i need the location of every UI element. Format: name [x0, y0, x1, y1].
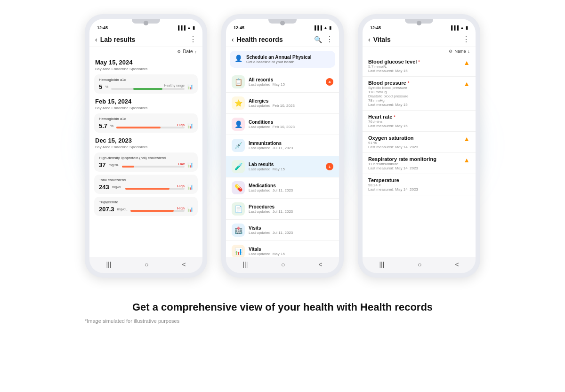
hr-vitals[interactable]: 📊 Vitals Last updated: May 15 [226, 241, 339, 257]
sort-label[interactable]: Date [183, 49, 193, 54]
conditions-date: Last updated: Feb 10, 2023 [249, 125, 333, 129]
app-bar-2: ‹ Health records 🔍 ⋮ [226, 32, 339, 47]
visits-label: Visits [249, 225, 333, 231]
lab-unit-3: mg/dL [108, 163, 119, 167]
back-button-3[interactable]: ‹ [368, 36, 371, 43]
lab-unit-5: mg/dL [117, 207, 128, 211]
banner-title: Schedule an Annual Physical [246, 55, 312, 60]
medications-label: Medications [249, 183, 333, 188]
nav-recent-1[interactable]: < [182, 261, 186, 268]
vital-temperature[interactable]: Temperature 98.24 F Last measured: May 1… [363, 174, 476, 195]
hr-allergies[interactable]: ⭐ Allergies Last updated: Feb 10, 2023 [226, 93, 339, 114]
status-icons-3: ▐▐▐ ▲ ▮ [450, 25, 468, 30]
vitals-filter-label[interactable]: Name [454, 49, 466, 54]
lab-item-4[interactable]: Total cholesterol 243 mg/dL High 📊 [94, 175, 198, 194]
vital-blood-pressure[interactable]: Blood pressure* Systolic blood pressure … [363, 77, 476, 111]
vital-respiratory[interactable]: Respiratory rate monitoring 11 breaths/m… [363, 153, 476, 174]
more-options-1[interactable]: ⋮ [189, 35, 197, 44]
wifi-icon: ▲ [187, 25, 191, 30]
nav-home-3[interactable]: ○ [418, 261, 421, 268]
banner-subtitle: Get a baseline of your health [246, 60, 312, 64]
battery-icon: ▮ [193, 25, 195, 30]
signal-icon-3: ▐▐▐ [450, 25, 459, 30]
lab-value-2: 5.7 [99, 122, 107, 129]
nav-home-2[interactable]: ○ [281, 261, 285, 268]
chart-icon-1[interactable]: 📊 [187, 84, 193, 89]
vital-value-temp: 98.24 F [368, 183, 418, 187]
allergies-date: Last updated: Feb 10, 2023 [249, 104, 333, 108]
lab-item-1[interactable]: Hemoglobin a1c 5 % Healthy range 📊 [94, 74, 198, 94]
visits-icon: 🏥 [232, 224, 245, 237]
hr-all-records[interactable]: 📋 All records Last updated: May 15 4 [226, 72, 339, 93]
vital-bp-date: Last measured: May 15 [368, 103, 409, 107]
hr-conditions[interactable]: 👤 Conditions Last updated: Feb 10, 2023 [226, 114, 339, 135]
back-button-2[interactable]: ‹ [232, 36, 234, 43]
vital-blood-glucose[interactable]: Blood glucose level * 5.7 mmol/L Last me… [363, 56, 476, 77]
phone-2-shell: 12:45 ▐▐▐ ▲ ▮ ‹ Health records 🔍 ⋮ [221, 14, 344, 278]
more-options-2[interactable]: ⋮ [326, 35, 333, 44]
status-label-2: High [116, 123, 185, 127]
lab-item-2[interactable]: Hemoglobin a1c 5.7 % High 📊 [94, 113, 198, 133]
nav-home-1[interactable]: ○ [145, 261, 148, 268]
vital-bp-sys-label: Systolic blood pressure [368, 86, 409, 90]
section-facility-2: Bay Area Endocrine Specialists [89, 106, 202, 112]
phone-3-shell: 12:45 ▐▐▐ ▲ ▮ ‹ Vitals ⋮ ⚙ N [358, 14, 480, 278]
status-label-4: High [125, 184, 185, 188]
more-options-3[interactable]: ⋮ [462, 35, 470, 44]
chart-icon-2[interactable]: 📊 [187, 123, 193, 128]
visits-date: Last updated: Jul 11, 2023 [249, 231, 333, 235]
vital-name-oxy: Oxygen saturation [368, 135, 418, 141]
hr-immunizations[interactable]: 💉 Immunizations Last updated: Jul 11, 20… [226, 135, 339, 156]
vital-heart-rate[interactable]: Heart rate* 76 /mins Last measured: May … [363, 111, 476, 132]
immunizations-date: Last updated: Jul 11, 2023 [249, 146, 333, 150]
lab-unit-4: mg/dL [112, 185, 122, 189]
phone-health-records: 12:45 ▐▐▐ ▲ ▮ ‹ Health records 🔍 ⋮ [221, 14, 344, 278]
lab-results-date: Last updated: May 15 [249, 167, 326, 171]
vitals-label: Vitals [249, 247, 333, 252]
vital-bp-sys-value: 118 mmHg [368, 90, 409, 94]
all-records-badge: 4 [326, 78, 333, 86]
vital-date-temp: Last measured: May 14, 2023 [368, 187, 418, 192]
nav-back-2[interactable]: ||| [242, 261, 248, 268]
battery-icon-3: ▮ [466, 25, 468, 30]
conditions-label: Conditions [249, 120, 333, 125]
nav-recent-3[interactable]: < [455, 261, 459, 268]
lab-bar-4: High [125, 184, 185, 190]
asterisk-glucose: * [418, 59, 420, 64]
signal-icon-2: ▐▐▐ [313, 25, 322, 30]
app-bar-1: ‹ Lab results ⋮ [89, 32, 202, 47]
allergies-icon: ⭐ [232, 96, 245, 110]
hr-medications[interactable]: 💊 Medications Last updated: Jul 11, 2023 [226, 177, 339, 199]
vital-oxygen[interactable]: Oxygen saturation 91 % Last measured: Ma… [363, 132, 476, 153]
chart-icon-4[interactable]: 📊 [187, 184, 193, 190]
phone-camera [144, 21, 148, 25]
lab-unit-2: % [110, 124, 113, 128]
lab-value-3: 37 [99, 161, 105, 168]
hr-procedures[interactable]: 📄 Procedures Last updated: Jul 11, 2023 [226, 199, 339, 220]
hr-lab-results[interactable]: 🧪 Lab results Last updated: May 15 1 [226, 156, 339, 177]
lab-item-3[interactable]: High-density lipoprotein (hdl) cholester… [94, 152, 198, 172]
nav-back-3[interactable]: ||| [379, 261, 384, 268]
vital-name-hr: Heart rate* [368, 114, 408, 120]
lab-results-badge: 1 [326, 163, 333, 170]
search-button-2[interactable]: 🔍 [314, 36, 322, 43]
lab-item-5[interactable]: Triglyceride 207.3 mg/dL High 📊 [94, 197, 198, 216]
phone-camera-3 [417, 21, 421, 25]
hr-visits[interactable]: 🏥 Visits Last updated: Jul 11, 2023 [226, 220, 339, 241]
status-label-5: High [130, 207, 185, 210]
vital-name-bp: Blood pressure* [368, 80, 409, 86]
alert-icon-resp: ▲ [463, 156, 470, 164]
schedule-banner[interactable]: 👤 Schedule an Annual Physical Get a base… [230, 51, 335, 68]
phones-row: 12:45 ▐▐▐ ▲ ▮ ‹ Lab results ⋮ [85, 14, 480, 278]
alert-icon-bp: ▲ [463, 80, 470, 88]
lab-bar-2: High [116, 123, 185, 128]
nav-back-1[interactable]: ||| [106, 261, 111, 268]
chart-icon-5[interactable]: 📊 [187, 207, 193, 212]
nav-recent-2[interactable]: < [318, 261, 322, 268]
chart-icon-3[interactable]: 📊 [187, 162, 193, 168]
screen-title-3: Vitals [373, 36, 459, 43]
nav-bar-2: ||| ○ < [226, 257, 339, 273]
back-button-1[interactable]: ‹ [95, 36, 97, 43]
vital-name-resp: Respiratory rate monitoring [368, 156, 436, 162]
immunizations-label: Immunizations [249, 141, 333, 146]
